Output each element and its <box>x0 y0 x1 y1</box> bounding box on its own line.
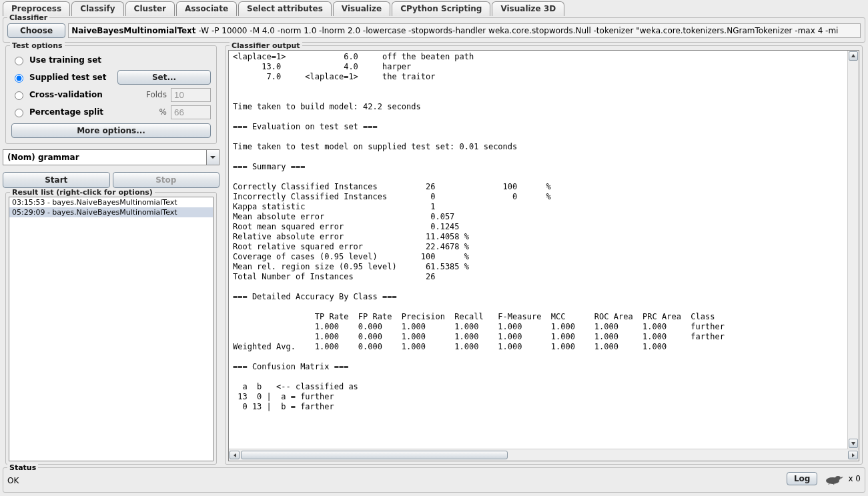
status-text: OK <box>7 476 19 485</box>
pct-label: Percentage split <box>29 107 103 117</box>
supplied-test-label: Supplied test set <box>29 73 106 82</box>
status-bar: Status OK Log x 0 <box>3 467 865 493</box>
folds-label: Folds <box>141 90 167 99</box>
cv-radio[interactable] <box>15 91 23 100</box>
chevron-down-icon[interactable] <box>206 149 220 165</box>
classifier-output-group: Classifier output <laplace=1> 6.0 off th… <box>225 45 863 465</box>
set-button[interactable]: Set... <box>117 70 211 85</box>
classifier-output: <laplace=1> 6.0 off the beaten path 13.0… <box>228 50 859 461</box>
tab-visualize3d[interactable]: Visualize 3D <box>492 1 564 16</box>
use-training-radio[interactable] <box>15 57 23 65</box>
pct-input[interactable] <box>171 105 211 119</box>
pct-symbol: % <box>141 107 167 117</box>
tab-cpython[interactable]: CPython Scripting <box>392 1 490 16</box>
folds-input[interactable] <box>171 88 211 102</box>
scroll-right-icon[interactable] <box>848 451 858 459</box>
scroll-up-icon[interactable] <box>849 51 858 61</box>
tab-bar: Preprocess Classify Cluster Associate Se… <box>0 0 868 16</box>
start-button[interactable]: Start <box>3 172 110 188</box>
result-item[interactable]: 05:29:09 - bayes.NaiveBayesMultinomialTe… <box>9 207 213 217</box>
cv-label: Cross-validation <box>29 90 103 99</box>
result-list[interactable]: 03:15:53 - bayes.NaiveBayesMultinomialTe… <box>9 197 213 461</box>
classifier-output-title: Classifier output <box>230 41 302 50</box>
scroll-thumb[interactable] <box>241 451 508 459</box>
classifier-args: -W -P 10000 -M 4.0 -norm 1.0 -lnorm 2.0 … <box>196 26 839 35</box>
classifier-output-text[interactable]: <laplace=1> 6.0 off the beaten path 13.0… <box>229 51 859 449</box>
result-list-title: Result list (right-click for options) <box>10 188 155 197</box>
tab-visualize[interactable]: Visualize <box>333 1 390 16</box>
status-title: Status <box>7 463 38 472</box>
pct-radio[interactable] <box>15 109 23 117</box>
horizontal-scrollbar[interactable] <box>229 449 859 461</box>
svg-line-2 <box>829 483 829 485</box>
classifier-string[interactable]: NaiveBayesMultinomialText -W -P 10000 -M… <box>68 23 861 38</box>
tab-cluster[interactable]: Cluster <box>125 1 175 16</box>
stop-button[interactable]: Stop <box>113 172 220 188</box>
svg-point-1 <box>835 476 841 480</box>
class-attribute-combo[interactable]: (Nom) grammar <box>3 149 220 165</box>
tab-associate[interactable]: Associate <box>176 1 237 16</box>
more-options-button[interactable]: More options... <box>11 123 211 138</box>
choose-button[interactable]: Choose <box>7 23 65 38</box>
supplied-test-radio[interactable] <box>15 74 23 83</box>
tab-select-attributes[interactable]: Select attributes <box>238 1 332 16</box>
log-button[interactable]: Log <box>787 472 817 485</box>
scroll-down-icon[interactable] <box>849 439 858 448</box>
classifier-group: Classifier Choose NaiveBayesMultinomialT… <box>3 17 865 43</box>
classifier-name: NaiveBayesMultinomialText <box>71 26 195 35</box>
weka-bird-icon <box>821 473 844 485</box>
class-attribute-value: (Nom) grammar <box>3 149 206 165</box>
tab-classify[interactable]: Classify <box>71 1 123 16</box>
test-options-title: Test options <box>10 41 65 50</box>
test-options-group: Test options Use training set Supplied t… <box>5 45 217 144</box>
vertical-scrollbar[interactable] <box>847 51 859 449</box>
classifier-group-title: Classifier <box>7 13 49 22</box>
use-training-label: Use training set <box>29 55 101 65</box>
task-count: x 0 <box>848 474 861 483</box>
scroll-left-icon[interactable] <box>230 451 240 459</box>
result-list-group: Result list (right-click for options) 03… <box>5 192 217 465</box>
result-item[interactable]: 03:15:53 - bayes.NaiveBayesMultinomialTe… <box>9 197 213 207</box>
